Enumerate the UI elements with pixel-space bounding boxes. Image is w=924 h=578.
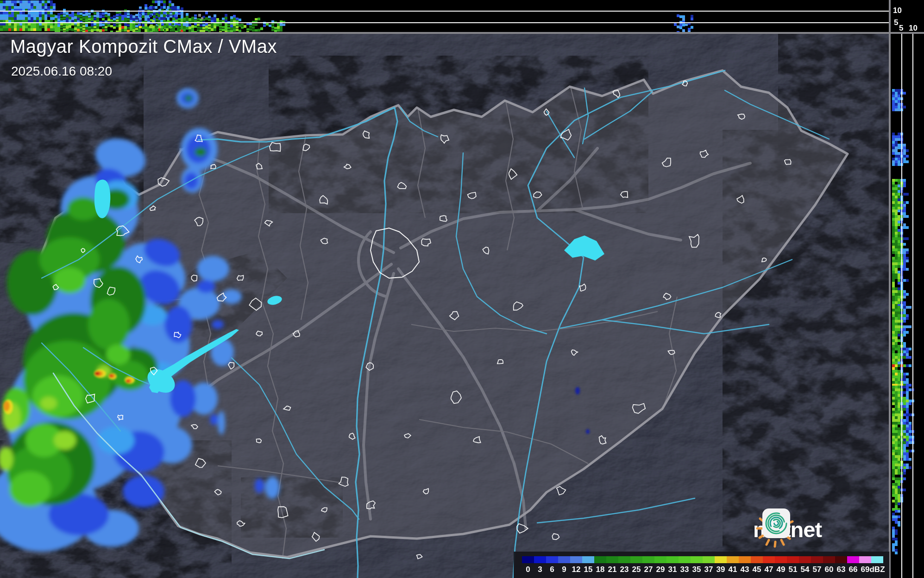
right-profile-cell — [895, 276, 898, 279]
legend-swatch — [582, 556, 594, 563]
right-profile-cell — [898, 458, 900, 461]
right-profile-cell — [895, 325, 898, 328]
top-profile-cell — [11, 28, 14, 31]
top-profile-cell — [3, 14, 6, 17]
right-profile-cell — [892, 179, 895, 182]
right-profile-cell — [906, 391, 909, 394]
right-profile-cell — [909, 425, 911, 427]
precip-blob — [265, 476, 280, 499]
right-profile-cell — [895, 425, 898, 427]
top-profile-cell — [110, 17, 113, 19]
top-profile-cell — [157, 14, 160, 17]
top-profile-cell — [186, 24, 189, 27]
top-profile-cell — [181, 13, 183, 16]
top-profile-cell — [22, 6, 25, 9]
right-profile-cell — [906, 356, 909, 359]
right-profile-cell — [903, 348, 906, 350]
top-profile-cell — [161, 23, 164, 26]
right-axis-label-10km: 10 — [909, 24, 918, 32]
right-profile-cell — [895, 193, 898, 196]
legend-swatch — [534, 556, 546, 563]
top-profile-cell — [42, 3, 44, 6]
top-profile-cell — [205, 25, 208, 28]
top-profile-cell — [107, 16, 110, 19]
right-profile-cell — [903, 184, 906, 187]
legend-label: 47 — [765, 565, 773, 574]
legend-label: 9 — [562, 565, 566, 574]
right-profile-cell — [892, 400, 895, 402]
top-profile-cell — [205, 17, 208, 20]
top-profile-cell — [197, 24, 200, 26]
right-profile-cell — [898, 158, 900, 160]
top-profile-cell — [181, 19, 183, 21]
right-profile-cell — [898, 469, 900, 472]
right-profile-cell — [906, 441, 909, 444]
top-profile-cell — [33, 20, 36, 23]
legend-label: 25 — [632, 565, 641, 574]
legend-swatch — [835, 556, 847, 563]
top-profile-cell — [205, 23, 208, 25]
right-profile-cell — [892, 317, 895, 320]
top-profile-cell — [214, 17, 216, 20]
top-profile-cell — [63, 14, 66, 17]
top-profile-cell — [105, 15, 107, 18]
right-profile-cell — [892, 190, 895, 193]
top-profile-cell — [88, 15, 91, 18]
top-profile-cell — [274, 30, 277, 32]
right-profile-cell — [892, 215, 895, 218]
top-profile-cell — [170, 15, 172, 18]
top-profile-cell — [191, 17, 194, 19]
top-profile-cell — [44, 25, 47, 28]
top-profile-cell — [124, 26, 127, 29]
top-profile-cell — [211, 25, 214, 28]
right-profile-cell — [892, 100, 895, 103]
right-profile-cell — [898, 92, 900, 95]
top-profile-cell — [135, 14, 138, 17]
right-profile-cell — [892, 240, 895, 243]
right-profile-cell — [906, 416, 909, 419]
right-profile-cell — [898, 100, 900, 103]
top-profile-cell — [263, 25, 266, 27]
top-profile-cell — [236, 18, 239, 20]
top-profile-cell — [22, 0, 25, 3]
right-profile-cell — [898, 497, 900, 500]
right-profile-cell — [892, 138, 895, 141]
right-profile-cell — [895, 450, 898, 452]
right-profile-cell — [903, 489, 906, 491]
top-profile-cell — [216, 18, 219, 21]
top-profile-cell — [55, 24, 57, 26]
top-profile-cell — [11, 6, 14, 9]
right-profile-cell — [895, 248, 898, 251]
right-profile-cell — [898, 489, 900, 491]
right-profile-cell — [906, 348, 909, 350]
right-profile-cell — [895, 447, 898, 450]
top-profile-cell — [132, 26, 135, 29]
top-profile-cell — [130, 28, 132, 31]
legend-entry: 9 — [558, 556, 570, 574]
right-profile-cell — [898, 348, 900, 350]
right-profile-cell — [903, 160, 906, 163]
top-profile-cell — [85, 16, 88, 19]
top-profile-cell — [139, 6, 142, 9]
right-profile-cell — [895, 187, 898, 190]
legend-entry: 37 — [703, 556, 715, 574]
top-profile-cell — [186, 19, 189, 21]
top-profile-cell — [163, 20, 166, 23]
legend-label: 29 — [656, 565, 665, 574]
top-profile-cell — [230, 27, 233, 30]
right-profile-cell — [892, 450, 895, 452]
legend-entry: 6 — [546, 556, 558, 574]
right-profile-cell — [909, 384, 911, 387]
right-profile-cell — [895, 212, 898, 215]
top-profile-cell — [3, 0, 6, 3]
top-profile-cell — [42, 17, 44, 20]
top-profile-cell — [160, 28, 163, 31]
top-profile-cell — [172, 18, 175, 20]
top-profile-cell — [110, 25, 113, 28]
right-profile-cell — [895, 100, 898, 103]
right-profile-cell — [892, 334, 895, 337]
right-profile-cell — [895, 529, 898, 532]
top-profile-cell — [55, 29, 57, 32]
legend-label: 66 — [849, 565, 858, 574]
right-profile-cell — [895, 163, 898, 166]
